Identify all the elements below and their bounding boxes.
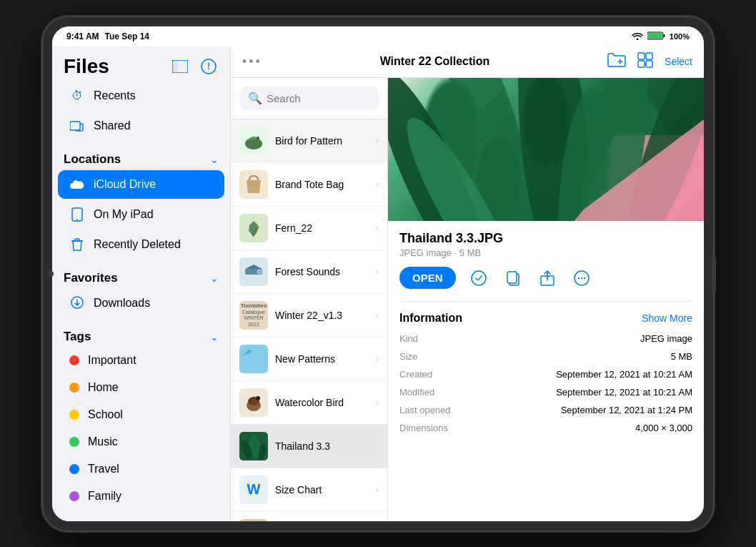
tag-home-label: Home (88, 381, 119, 394)
file-chevron: › (376, 485, 379, 495)
svg-point-44 (472, 271, 486, 285)
select-button[interactable]: Select (665, 56, 692, 67)
list-item[interactable]: Thailand 3.3 (231, 425, 387, 468)
svg-rect-1 (648, 33, 662, 39)
created-value: September 12, 2021 at 10:21 AM (457, 369, 692, 380)
last-opened-label: Last opened (399, 405, 457, 415)
list-item[interactable]: Fern_22 › (231, 207, 387, 250)
tag-important[interactable]: Important (58, 348, 224, 373)
grid-view-icon[interactable] (637, 52, 653, 71)
svg-rect-17 (646, 61, 652, 67)
file-thumb-tote (239, 170, 268, 199)
created-label: Created (399, 369, 457, 380)
downloads-label: Downloads (94, 297, 150, 310)
size-label: Size (399, 351, 457, 362)
file-thumb-new-patterns (239, 345, 268, 373)
svg-point-7 (208, 68, 209, 69)
file-name: Thailand 3.3 (275, 440, 379, 452)
tags-section-header: Tags ⌄ (52, 321, 230, 347)
svg-rect-3 (172, 60, 178, 73)
modified-value: September 12, 2021 at 10:21 AM (457, 387, 692, 398)
sidebar-item-icloud[interactable]: iCloud Drive (58, 170, 224, 199)
list-item[interactable]: Brand Tote Bag › (231, 163, 387, 207)
list-item[interactable]: New Patterns › (231, 337, 387, 381)
tag-music[interactable]: Music (58, 429, 224, 455)
svg-rect-16 (638, 61, 645, 67)
status-bar: 9:41 AM Tue Sep 14 (52, 26, 704, 46)
file-name: Forest Sounds (275, 266, 369, 277)
dimensions-label: Dimensions (399, 423, 457, 433)
recents-label: Recents (94, 89, 136, 102)
svg-rect-26 (242, 353, 262, 369)
folder-icon[interactable] (607, 52, 626, 71)
nav-bar: ••• Winter 22 Collection (231, 46, 704, 78)
svg-point-51 (583, 277, 585, 278)
file-name: Winter 22_v1.3 (275, 310, 369, 321)
tag-important-label: Important (88, 354, 136, 367)
svg-rect-8 (70, 122, 80, 130)
list-item[interactable]: Pattern Reference › (231, 512, 387, 521)
favorites-section-header: Favorites ⌄ (52, 262, 230, 288)
tag-travel[interactable]: Travel (58, 456, 224, 482)
locations-section-header: Locations ⌄ (52, 144, 230, 169)
file-name: Bird for Pattern (275, 135, 369, 147)
sidebar-item-recently-deleted[interactable]: Recently Deleted (58, 230, 224, 259)
tag-dot-travel (69, 464, 79, 474)
search-icon: 🔍 (248, 92, 262, 105)
sidebar-item-recents[interactable]: ⏱ Recents (58, 82, 224, 110)
preview-filename: Thailand 3.3.JPG (399, 231, 692, 246)
sidebar-item-shared[interactable]: Shared (58, 112, 224, 140)
svg-marker-22 (245, 265, 262, 269)
edit-icon[interactable] (467, 267, 490, 290)
svg-rect-46 (507, 272, 517, 283)
home-button[interactable] (712, 256, 716, 292)
tag-travel-label: Travel (88, 463, 119, 475)
tag-school[interactable]: School (58, 402, 224, 428)
file-chevron: › (376, 179, 379, 189)
info-section: Information Show More Kind JPEG image Si… (399, 301, 692, 433)
list-item[interactable]: Tomtalles Catalogue WINTER 2022 Winter 2… (231, 294, 387, 337)
file-chevron: › (376, 310, 379, 320)
locations-chevron[interactable]: ⌄ (210, 154, 219, 165)
info-title: Information (399, 312, 462, 325)
show-more-button[interactable]: Show More (642, 312, 692, 324)
svg-point-19 (257, 137, 259, 139)
open-button[interactable]: OPEN (399, 267, 456, 289)
sidebar-toggle-icon[interactable] (170, 56, 190, 77)
ipad-icon (69, 207, 85, 222)
svg-point-18 (245, 138, 262, 149)
file-chevron: › (376, 354, 379, 364)
list-item[interactable]: Bird for Pattern › (231, 119, 387, 163)
file-thumb-forest (239, 257, 268, 286)
svg-point-49 (577, 277, 579, 278)
svg-point-50 (580, 277, 582, 278)
svg-rect-2 (663, 34, 665, 37)
file-thumb-fern (239, 214, 268, 242)
shared-icon (69, 118, 85, 134)
icloud-icon (69, 177, 85, 192)
file-list-panel: 🔍 🎤 (231, 78, 388, 521)
file-chevron: › (376, 136, 379, 146)
list-item[interactable]: Forest Sounds › (231, 250, 387, 294)
list-item[interactable]: Watercolor Bird › (231, 381, 387, 425)
tag-family[interactable]: Family (58, 483, 224, 509)
share-icon[interactable] (536, 267, 559, 290)
list-item[interactable]: W Size Chart › (231, 468, 387, 512)
favorites-chevron[interactable]: ⌄ (210, 272, 219, 284)
sidebar-item-ipad[interactable]: On My iPad (58, 200, 224, 229)
search-input[interactable] (267, 92, 402, 104)
wifi-icon (632, 31, 643, 41)
battery-icon (647, 31, 665, 41)
more-options-icon[interactable] (199, 56, 219, 77)
trash-icon (69, 237, 85, 252)
tags-chevron[interactable]: ⌄ (210, 331, 219, 343)
tag-dot-important (69, 355, 79, 365)
info-last-opened-row: Last opened September 12, 2021 at 1:24 P… (399, 405, 692, 415)
info-dimensions-row: Dimensions 4,000 × 3,000 (399, 423, 692, 433)
more-actions-icon[interactable] (570, 267, 593, 290)
size-value: 5 MB (457, 351, 692, 362)
tag-home[interactable]: Home (58, 375, 224, 400)
tags-title: Tags (64, 330, 91, 344)
sidebar-item-downloads[interactable]: Downloads (58, 289, 224, 317)
copy-icon[interactable] (502, 267, 524, 290)
